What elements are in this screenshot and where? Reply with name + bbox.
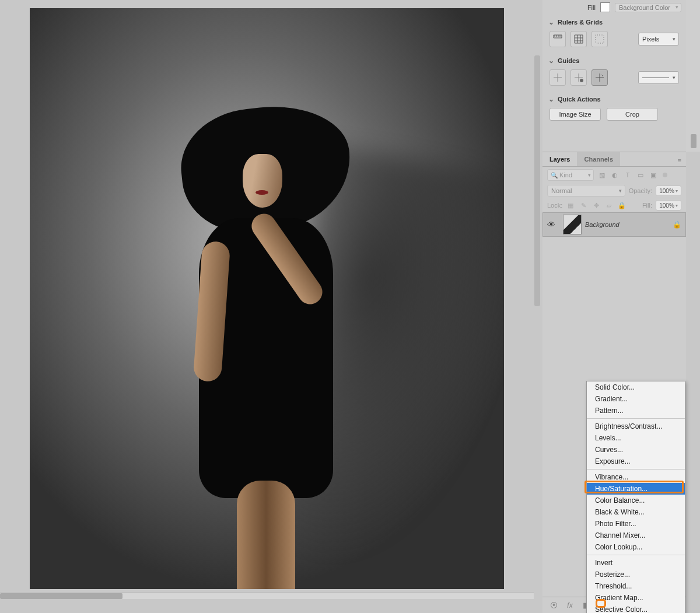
layer-name[interactable]: Background: [585, 221, 673, 228]
menu-item-solid-color[interactable]: Solid Color...: [587, 381, 685, 393]
document-canvas[interactable]: [30, 8, 504, 589]
tab-channels[interactable]: Channels: [577, 152, 620, 166]
menu-item-curves[interactable]: Curves...: [587, 444, 685, 456]
menu-item-pattern[interactable]: Pattern...: [587, 405, 685, 416]
filter-pixel-icon[interactable]: ▧: [597, 170, 607, 180]
vertical-scrollbar[interactable]: [534, 55, 540, 306]
guide-line-icon: [642, 78, 669, 78]
layer-thumbnail[interactable]: [563, 215, 582, 234]
grid-toggle-button[interactable]: [570, 31, 587, 47]
opacity-label: Opacity:: [629, 187, 652, 194]
guides-title: Guides: [558, 57, 579, 64]
filter-shape-icon[interactable]: ▭: [636, 170, 645, 180]
menu-item-color-lookup[interactable]: Color Lookup...: [587, 541, 685, 553]
smart-guides-button[interactable]: [592, 69, 608, 86]
menu-item-threshold[interactable]: Threshold...: [587, 580, 685, 592]
ruler-units-select[interactable]: Pixels: [638, 33, 679, 45]
layer-fill-label: Fill:: [642, 202, 652, 209]
guides-lock-button[interactable]: [570, 69, 587, 86]
svg-point-1: [580, 79, 583, 82]
menu-item-brightness-contrast[interactable]: Brightness/Contrast...: [587, 421, 685, 432]
panel-menu-icon[interactable]: ≡: [673, 152, 686, 166]
layer-fill-value[interactable]: 100%: [656, 200, 681, 211]
tab-layers[interactable]: Layers: [542, 152, 577, 166]
blend-mode-select[interactable]: Normal: [547, 185, 625, 197]
filter-toggle-icon[interactable]: [663, 173, 667, 177]
guides-toggle-button[interactable]: [550, 69, 566, 86]
crop-button[interactable]: Crop: [607, 108, 658, 121]
lock-transparent-icon[interactable]: ▦: [566, 202, 575, 209]
menu-item-color-balance[interactable]: Color Balance...: [587, 495, 685, 506]
svg-rect-0: [596, 35, 604, 43]
image-size-button[interactable]: Image Size: [550, 108, 601, 121]
pixel-grid-button[interactable]: [592, 31, 608, 47]
layer-lock-icon[interactable]: 🔒: [673, 220, 685, 229]
lock-all-icon[interactable]: 🔒: [617, 202, 626, 209]
lock-pixels-icon[interactable]: ✎: [579, 202, 588, 209]
horizontal-scrollbar[interactable]: [0, 592, 534, 599]
menu-item-channel-mixer[interactable]: Channel Mixer...: [587, 530, 685, 541]
filter-type-icon[interactable]: T: [623, 170, 632, 180]
fill-swatch[interactable]: [600, 2, 610, 12]
quick-actions-title: Quick Actions: [558, 96, 601, 103]
fill-mode-select[interactable]: Background Color: [615, 3, 681, 12]
menu-item-exposure[interactable]: Exposure...: [587, 456, 685, 467]
menu-item-selective-color[interactable]: Selective Color...: [587, 604, 685, 613]
menu-item-posterize[interactable]: Posterize...: [587, 569, 685, 580]
canvas-area: [0, 0, 534, 601]
guide-style-select[interactable]: [638, 71, 679, 84]
filter-smart-icon[interactable]: ▣: [649, 170, 658, 180]
face-shape: [243, 154, 282, 208]
rulers-grids-title: Rulers & Grids: [558, 19, 603, 26]
menu-item-vibrance[interactable]: Vibrance...: [587, 471, 685, 483]
chevron-down-icon[interactable]: [548, 95, 554, 103]
menu-item-levels[interactable]: Levels...: [587, 432, 685, 444]
lock-label: Lock:: [547, 202, 562, 209]
layer-style-icon[interactable]: fx: [565, 601, 575, 610]
fill-label: Fill: [587, 4, 596, 11]
menu-item-photo-filter[interactable]: Photo Filter...: [587, 518, 685, 530]
menu-item-gradient[interactable]: Gradient...: [587, 393, 685, 405]
menu-item-gradient-map[interactable]: Gradient Map...: [587, 592, 685, 604]
ruler-toggle-button[interactable]: [550, 31, 566, 47]
chevron-down-icon[interactable]: [548, 57, 554, 65]
figure: [187, 107, 351, 589]
opacity-value[interactable]: 100%: [656, 185, 681, 196]
panel-scrollbar[interactable]: [686, 0, 700, 152]
menu-item-invert[interactable]: Invert: [587, 557, 685, 569]
lock-artboard-icon[interactable]: ▱: [604, 202, 614, 209]
adjustment-layer-menu: Solid Color...Gradient...Pattern...Brigh…: [586, 381, 685, 613]
lock-position-icon[interactable]: ✥: [592, 202, 601, 209]
chevron-down-icon[interactable]: [548, 18, 554, 26]
visibility-eye-icon[interactable]: 👁: [543, 220, 559, 229]
legs-shape: [237, 481, 295, 589]
link-layers-icon[interactable]: ⦿: [548, 601, 559, 610]
menu-item-black-white[interactable]: Black & White...: [587, 506, 685, 518]
properties-panel: Fill Background Color Rulers & Grids Pix…: [542, 0, 686, 152]
layer-row[interactable]: 👁 Background 🔒: [542, 212, 686, 237]
layer-kind-select[interactable]: Kind: [547, 169, 594, 181]
filter-adjustment-icon[interactable]: ◐: [610, 170, 620, 180]
menu-item-hue-saturation[interactable]: Hue/Saturation...: [587, 483, 685, 495]
